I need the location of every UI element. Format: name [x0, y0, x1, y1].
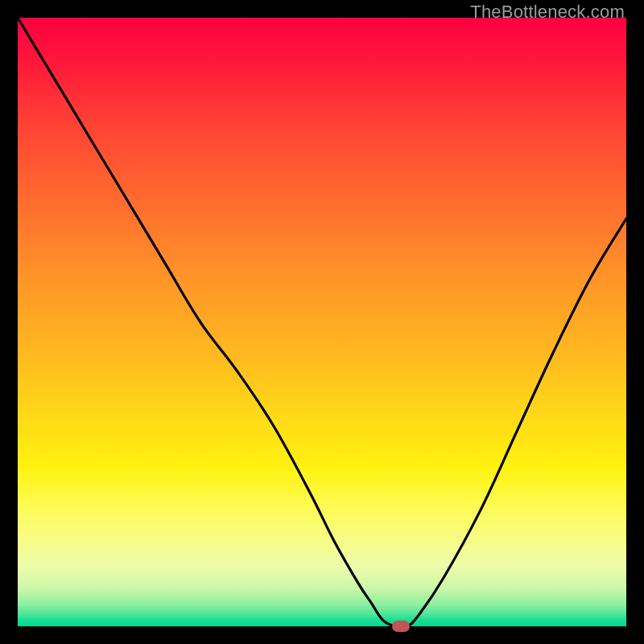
bottleneck-curve [18, 18, 626, 626]
curve-path [18, 18, 626, 626]
chart-frame: TheBottleneck.com [0, 0, 644, 644]
plot-area [18, 18, 626, 626]
optimal-marker [392, 621, 410, 632]
